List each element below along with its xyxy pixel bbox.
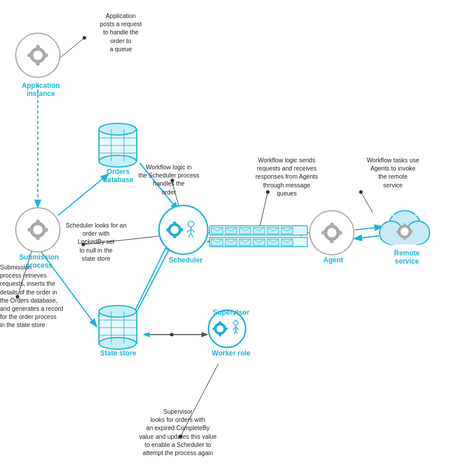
diagram: Applicationinstance Ordersdatabase Submi… [0, 0, 450, 476]
svg-point-30 [99, 123, 136, 135]
svg-point-39 [33, 225, 42, 235]
app-instance-label: Applicationinstance [17, 81, 64, 98]
svg-line-14 [361, 192, 373, 212]
svg-point-48 [159, 205, 208, 254]
remote-service-label: Remoteservice [384, 249, 430, 265]
supervisor-label: Supervisor [205, 308, 257, 317]
svg-point-157 [359, 190, 363, 194]
svg-point-20 [33, 51, 42, 60]
svg-line-13 [259, 192, 268, 230]
svg-point-120 [401, 228, 409, 236]
annotation-workflow-tasks: Workflow tasks useAgents to invokethe re… [352, 156, 434, 189]
svg-point-130 [99, 306, 136, 317]
svg-line-5 [131, 241, 169, 319]
svg-point-131 [99, 338, 136, 349]
orders-database-node [99, 123, 137, 167]
agent-label: Agent [317, 256, 349, 264]
message-queue-upper [210, 226, 307, 235]
remote-service-cloud [380, 211, 430, 244]
annotation-workflow-scheduler: Workflow logic inthe Scheduler processha… [131, 163, 207, 196]
annotation-scheduler-looks: Scheduler looks for anorder withLockedBy… [61, 221, 131, 262]
state-store-node [99, 306, 137, 349]
svg-point-50 [171, 226, 179, 234]
svg-point-105 [327, 228, 336, 237]
svg-point-154 [83, 36, 86, 40]
state-store-label: State store [97, 349, 139, 357]
annotation-supervisor-looks: Supervisorlooks for orders withan expire… [127, 407, 229, 457]
scheduler-label: Scheduler [162, 256, 209, 264]
svg-line-4 [134, 244, 172, 317]
annotation-submission-retrieves: Submissionprocess retrievesrequests, ins… [0, 263, 67, 329]
svg-line-9 [355, 227, 381, 230]
svg-line-10 [355, 236, 381, 239]
annotation-workflow-agent: Workflow logic sendsrequests and receive… [245, 156, 329, 197]
message-queue-lower [210, 237, 307, 247]
annotation-app-posts: Applicationposts a requestto handle theo… [87, 12, 154, 53]
svg-point-161 [170, 333, 173, 336]
worker-role-label: Worker role [205, 349, 257, 357]
svg-point-139 [217, 325, 224, 332]
